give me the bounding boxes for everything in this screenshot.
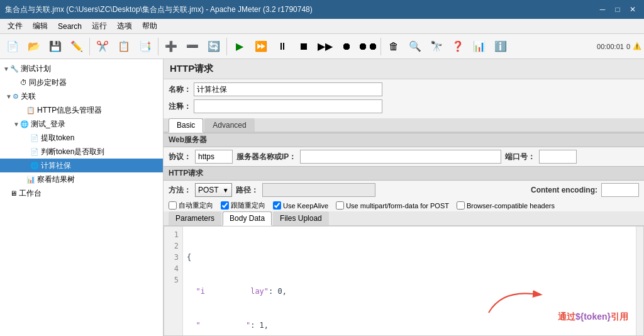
copy-button[interactable]: 📋 [114,36,134,57]
menubar: 文件 编辑 Search 运行 选项 帮助 [0,19,644,34]
sidebar-item-check-token[interactable]: 📄 判断token是否取到 [0,145,163,159]
sidebar: ▼ 🔧 测试计划 ⏱ 同步定时器 ▼ ⚙ 关联 📋 HTTP信息头管理器 ▼ 🌐… [0,59,164,336]
app-title: 集合点与关联.jmx (C:\Users\ZC\Desktop\集合点与关联.j… [5,4,313,15]
method-dropdown[interactable]: POST ▼ [195,183,232,197]
save-button[interactable]: 💾 [45,36,65,57]
comment-input[interactable] [194,99,382,113]
encoding-input[interactable] [601,183,639,197]
start-no-pause-button[interactable]: ⏩ [251,36,271,57]
result-tree-icon: 📊 [26,176,35,184]
annotation-area: 通过${token}引用 [558,311,631,323]
open-button[interactable]: 📂 [24,36,44,57]
sidebar-item-calc-social[interactable]: 🌐 计算社保 [0,159,163,172]
menu-help[interactable]: 帮助 [137,19,162,33]
follow-redirect-checkbox[interactable] [221,201,229,210]
function-helper-button[interactable]: 🔭 [426,36,447,57]
check-token-icon: 📄 [30,148,39,156]
minimize-button[interactable]: ─ [596,3,609,16]
remote-start-button[interactable]: ▶▶ [315,36,335,57]
paste-button[interactable]: 📑 [135,36,155,57]
separator-4 [380,38,381,55]
clear-all-button[interactable]: 🔍 [405,36,425,57]
expand-button[interactable]: ➕ [161,36,181,57]
multipart-cb[interactable]: Use multipart/form-data for POST [336,201,449,210]
follow-redirect-cb[interactable]: 跟随重定向 [221,201,265,210]
server-input[interactable] [300,150,501,164]
line-num-1: 1 [168,229,179,240]
auto-redirect-cb[interactable]: 自动重定向 [169,201,213,210]
sub-tab-files-upload[interactable]: Files Upload [273,211,329,225]
menu-search[interactable]: Search [53,19,87,33]
protocol-label: 协议： [169,152,191,162]
stop-button[interactable]: ⏹ [294,36,314,57]
sidebar-item-login[interactable]: ▼ 🌐 测试_登录 [0,117,163,131]
sub-tab-parameters[interactable]: Parameters [169,211,221,225]
menu-edit[interactable]: 编辑 [28,19,53,33]
help-button[interactable]: ❓ [448,36,468,57]
elapsed-time: 00:00:01 [597,43,624,50]
start-button[interactable]: ▶ [230,36,250,57]
scrollbar[interactable] [636,227,643,335]
sidebar-item-sync-timer[interactable]: ⏱ 同步定时器 [0,76,163,89]
sidebar-item-test-plan[interactable]: ▼ 🔧 测试计划 [0,62,163,76]
form-area: 名称： 注释： [164,79,644,118]
save-as-button[interactable]: ✏️ [67,36,87,57]
separator-3 [226,38,227,55]
sidebar-item-http-header[interactable]: 📋 HTTP信息头管理器 [0,103,163,117]
expand-icon [19,176,26,183]
compat-headers-cb[interactable]: Browser-compatible headers [457,201,555,210]
expand-icon [13,79,20,86]
tab-advanced[interactable]: Advanced [204,118,254,132]
sync-timer-icon: ⏱ [20,79,27,86]
cut-button[interactable]: ✂️ [92,36,113,57]
titlebar: 集合点与关联.jmx (C:\Users\ZC\Desktop\集合点与关联.j… [0,0,644,19]
sub-tab-body-data[interactable]: Body Data [223,211,272,226]
protocol-input[interactable] [195,150,233,164]
multipart-checkbox[interactable] [336,201,344,210]
token-ref-text: ${token} [575,311,611,322]
sub-tabs-bar: Parameters Body Data Files Upload [164,211,644,226]
collapse-button[interactable]: ➖ [182,36,203,57]
close-button[interactable]: ✕ [626,3,639,16]
expand-icon: ▼ [3,65,10,72]
sidebar-item-label: 计算社保 [41,160,71,171]
encoding-label: Content encoding: [531,186,597,194]
maximize-button[interactable]: □ [611,3,624,16]
sidebar-item-extract-token[interactable]: 📄 提取token [0,131,163,145]
sidebar-item-label: 测试_登录 [31,119,65,130]
line-numbers: 1 2 3 4 5 [164,227,183,335]
tab-basic[interactable]: Basic [169,118,203,133]
pause-button[interactable]: ⏸ [272,36,292,57]
reset-button[interactable]: 🔄 [204,36,224,57]
info-button[interactable]: ℹ️ [491,36,511,57]
sidebar-item-assoc[interactable]: ▼ ⚙ 关联 [0,89,163,103]
menu-options[interactable]: 选项 [112,19,137,33]
new-button[interactable]: 📄 [3,36,23,57]
compat-headers-checkbox[interactable] [457,201,465,210]
expand-icon: ▼ [13,121,20,128]
menu-file[interactable]: 文件 [3,19,28,33]
remote-stop-all-button[interactable]: ⏺⏺ [358,36,378,57]
sidebar-item-workbench[interactable]: 🖥 工作台 [0,186,163,200]
separator-2 [158,38,158,55]
sidebar-item-result-tree[interactable]: 📊 察看结果树 [0,172,163,186]
port-input[interactable] [539,150,577,164]
clear-button[interactable]: 🗑 [384,36,404,57]
comment-label: 注释： [169,101,191,112]
http-request-section: HTTP请求 [164,166,644,181]
expand-icon [19,107,26,114]
templates-button[interactable]: 📊 [469,36,489,57]
content-panel: HTTP请求 名称： 注释： Basic Advanced Web服务器 协议：… [164,59,644,336]
web-server-section: Web服务器 [164,133,644,147]
menu-run[interactable]: 运行 [87,19,112,33]
keepalive-checkbox[interactable] [273,201,281,210]
method-label: 方法： [169,185,191,196]
name-row: 名称： [169,82,639,97]
path-input[interactable] [262,183,375,197]
code-editor: 1 2 3 4 5 { "i lay": 0, " ": 1, "token":… [164,226,644,336]
auto-redirect-checkbox[interactable] [169,201,177,210]
keepalive-cb[interactable]: Use KeepAlive [273,201,328,210]
panel-title: HTTP请求 [170,63,213,74]
name-input[interactable] [194,82,382,96]
remote-stop-button[interactable]: ⏺ [336,36,357,57]
